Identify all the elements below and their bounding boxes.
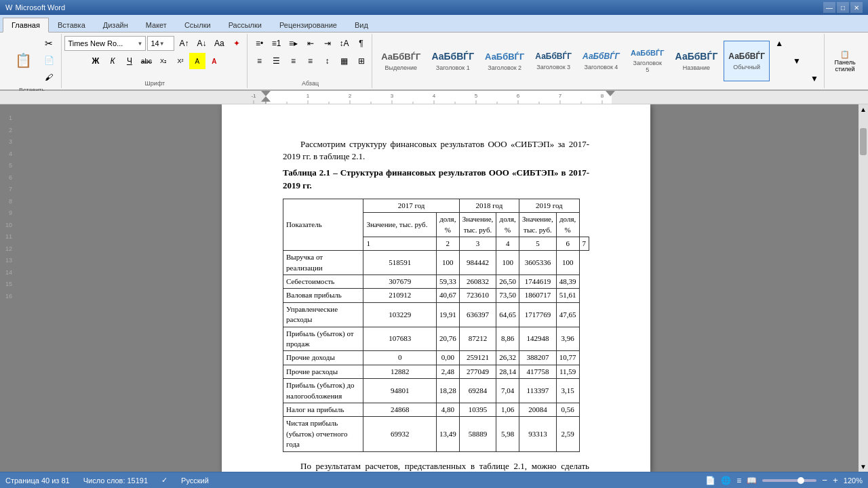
format-painter-button[interactable]: 🖌 xyxy=(41,69,57,85)
row-v2019-9: 93313 xyxy=(519,417,557,451)
tab-layout[interactable]: Макет xyxy=(137,17,176,32)
document-area: Рассмотрим структуру финансовых результа… xyxy=(14,104,859,472)
style-normal[interactable]: АаБбВЃГ Обычный xyxy=(724,41,770,81)
ruler: -1 1 2 3 4 5 6 7 8 xyxy=(0,91,868,104)
row-name-9: Чистая прибыль (убыток) отчетного года xyxy=(283,417,363,451)
tab-insert[interactable]: Вставка xyxy=(49,17,94,32)
style-title[interactable]: АаБбВЃГ Название xyxy=(671,41,723,81)
row-v2018-7: 69284 xyxy=(459,379,496,403)
multilevel-list-button[interactable]: ≡▸ xyxy=(285,35,302,52)
row-d2017-7: 18,28 xyxy=(436,379,459,403)
decrease-indent-button[interactable]: ⇤ xyxy=(302,35,319,52)
table-row: Выручка от реализации 518591 100 984442 … xyxy=(283,251,589,275)
style-h5-label: Заголовок 5 xyxy=(631,60,665,73)
close-button[interactable]: ✕ xyxy=(850,2,863,13)
numbering-button[interactable]: ≡1 xyxy=(269,35,285,52)
maximize-button[interactable]: □ xyxy=(837,2,849,13)
borders-button[interactable]: ⊞ xyxy=(353,53,370,69)
font-color-button[interactable]: A xyxy=(206,53,222,69)
tab-design[interactable]: Дизайн xyxy=(94,17,137,32)
font-dropdown-arrow[interactable]: ▼ xyxy=(138,41,143,47)
zoom-out-button[interactable]: − xyxy=(822,475,827,485)
cut-button[interactable]: ✂ xyxy=(41,35,57,52)
row-d2019-6: 11,59 xyxy=(556,365,579,378)
tab-home[interactable]: Главная xyxy=(3,18,49,33)
copy-button[interactable]: 📄 xyxy=(41,52,57,68)
minimize-button[interactable]: — xyxy=(823,2,835,13)
text-highlight-button[interactable]: A xyxy=(189,53,205,69)
subscript-button[interactable]: X₂ xyxy=(155,53,172,69)
row-d2018-4: 8,86 xyxy=(496,327,519,351)
row-d2019-2: 51,61 xyxy=(556,289,579,302)
style-h2-label: Заголовок 2 xyxy=(488,64,521,71)
font-size-selector[interactable]: 14 ▼ xyxy=(147,36,174,51)
change-case-button[interactable]: Aa xyxy=(211,35,227,52)
strikethrough-button[interactable]: abc xyxy=(138,53,155,69)
font-selector[interactable]: Times New Ro... ▼ xyxy=(64,36,146,51)
scroll-up-button[interactable]: ▲ xyxy=(859,104,868,115)
style-highlight-preview: АаБбВЃГ xyxy=(381,52,420,62)
table-row: Прибыль (убыток) от продаж 107683 20,76 … xyxy=(283,327,589,351)
underline-button[interactable]: Ч xyxy=(121,53,138,69)
scroll-thumb[interactable] xyxy=(860,128,867,155)
bullets-button[interactable]: ≡• xyxy=(252,35,268,52)
style-heading4[interactable]: АаБбВЃГ Заголовок 4 xyxy=(578,41,625,81)
styles-expand[interactable]: ▼ xyxy=(806,70,823,87)
increase-indent-button[interactable]: ⇥ xyxy=(319,35,336,52)
zoom-in-button[interactable]: + xyxy=(833,475,838,485)
clear-format-button[interactable]: ✦ xyxy=(229,35,245,52)
style-normal-preview: АаБбВЃГ xyxy=(728,52,765,61)
row-v2017-5: 0 xyxy=(363,351,436,365)
bold-button[interactable]: Ж xyxy=(87,53,104,69)
align-center-button[interactable]: ☰ xyxy=(269,53,285,69)
styles-scroll-down[interactable]: ▼ xyxy=(789,53,805,69)
vertical-scrollbar[interactable]: ▲ ▼ xyxy=(859,104,868,472)
style-heading1[interactable]: АаБбВЃГ Заголовок 1 xyxy=(427,41,479,81)
svg-text:8: 8 xyxy=(601,93,604,99)
row-v2017-4: 107683 xyxy=(363,327,436,351)
style-highlight[interactable]: АаБбВЃГ Выделение xyxy=(376,41,425,81)
decrease-font-button[interactable]: A↓ xyxy=(193,35,210,52)
tab-references[interactable]: Ссылки xyxy=(176,17,220,32)
row-d2019-0: 100 xyxy=(556,251,579,275)
size-dropdown-arrow[interactable]: ▼ xyxy=(159,41,165,47)
italic-button[interactable]: К xyxy=(104,53,121,69)
justify-button[interactable]: ≡ xyxy=(302,53,319,69)
increase-font-button[interactable]: A↑ xyxy=(176,35,192,52)
layout-read-button[interactable]: 📖 xyxy=(747,476,757,485)
tab-mailings[interactable]: Рассылки xyxy=(220,17,271,32)
layout-print-button[interactable]: 📄 xyxy=(705,476,715,485)
show-marks-button[interactable]: ¶ xyxy=(353,35,370,52)
row-v2017-9: 69932 xyxy=(363,417,436,451)
superscript-button[interactable]: X² xyxy=(172,53,189,69)
sort-button[interactable]: ↕A xyxy=(336,35,353,52)
layout-web-button[interactable]: 🌐 xyxy=(721,476,731,485)
paste-button[interactable]: 📋 xyxy=(7,44,39,77)
document-page[interactable]: Рассмотрим структуру финансовых результа… xyxy=(222,104,650,472)
style-heading2[interactable]: АаБбВЃГ Заголовок 2 xyxy=(480,41,529,81)
row-v2019-8: 20084 xyxy=(519,403,557,417)
styles-scroll-up[interactable]: ▲ xyxy=(771,35,787,52)
scroll-down-button[interactable]: ▼ xyxy=(859,462,868,472)
panel-styles-button[interactable]: 📋 Панель стилей xyxy=(827,43,863,79)
table-year-header-row: Показатель 2017 год 2018 год 2019 год xyxy=(283,199,589,212)
row-v2019-6: 417758 xyxy=(519,365,557,378)
table-row: Себестоимость 307679 59,33 260832 26,50 … xyxy=(283,275,589,289)
spell-check-icon[interactable]: ✓ xyxy=(161,476,167,485)
tab-view[interactable]: Вид xyxy=(346,17,377,32)
align-right-button[interactable]: ≡ xyxy=(285,53,302,69)
line-spacing-button[interactable]: ↕ xyxy=(319,53,336,69)
style-heading3[interactable]: АаБбВЃГ Заголовок 3 xyxy=(530,41,576,81)
tab-review[interactable]: Рецензирование xyxy=(271,17,346,32)
layout-outline-button[interactable]: ≡ xyxy=(736,476,741,485)
zoom-slider[interactable] xyxy=(762,479,816,482)
style-heading5[interactable]: АаБбВЃГ Заголовок 5 xyxy=(626,41,669,81)
styles-section: АаБбВЃГ Выделение АаБбВЃГ Заголовок 1 Аа… xyxy=(374,33,865,89)
row-v2017-0: 518591 xyxy=(363,251,436,275)
align-left-button[interactable]: ≡ xyxy=(252,53,268,69)
shading-button[interactable]: ▦ xyxy=(336,53,353,69)
font-section-label: Шрифт xyxy=(145,79,165,87)
row-d2017-5: 0,00 xyxy=(436,351,459,365)
row-v2019-3: 1717769 xyxy=(519,302,557,327)
row-v2018-4: 87212 xyxy=(459,327,496,351)
